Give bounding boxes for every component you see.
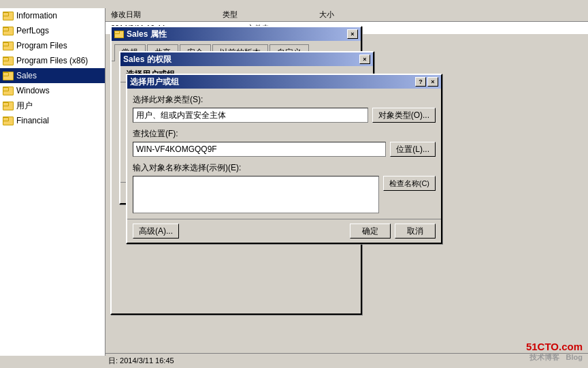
sidebar-item-programfiles-x86[interactable]: Program Files (x86) <box>0 53 105 68</box>
sales-props-titlebar: Sales 属性 × <box>112 27 361 41</box>
object-name-textarea[interactable] <box>133 176 379 213</box>
status-bar: 日: 2014/3/11 16:45 <box>105 353 588 368</box>
col-date: 修改日期 <box>111 10 141 20</box>
select-user-help-btn[interactable]: ? <box>415 77 426 87</box>
watermark-blog: 技术博客 Blog <box>526 352 583 363</box>
sidebar-item-windows[interactable]: Windows <box>0 83 105 98</box>
select-user-title: 选择用户或组 <box>130 76 179 88</box>
select-user-cancel-btn[interactable]: 取消 <box>395 224 436 239</box>
location-value: WIN-VF4KOMGQQ9F <box>133 142 386 157</box>
status-text: 日: 2014/3/11 16:45 <box>108 356 174 366</box>
folder-icon <box>3 41 14 50</box>
sidebar-item-sales[interactable]: Sales <box>0 68 105 83</box>
object-type-value: 用户、组或内置安全主体 <box>133 108 368 123</box>
input-name-label: 输入对象名称来选择(示例)(E): <box>133 162 241 174</box>
location-label: 查找位置(F): <box>133 128 436 140</box>
location-btn[interactable]: 位置(L)... <box>390 142 436 157</box>
folder-icon <box>3 86 14 95</box>
sales-perms-close-btn[interactable]: × <box>359 55 370 64</box>
folder-icon <box>3 101 14 110</box>
main-header: 修改日期 类型 大小 <box>105 8 588 22</box>
select-user-titlebar: 选择用户或组 ? × <box>127 75 441 89</box>
sidebar-item-users[interactable]: 用户 <box>0 98 105 113</box>
select-user-footer-right: 确定 取消 <box>350 224 436 239</box>
col-size: 大小 <box>319 10 334 20</box>
select-user-ok-btn[interactable]: 确定 <box>350 224 391 239</box>
folder-icon <box>3 116 14 125</box>
folder-icon-selected <box>3 71 14 80</box>
watermark-site: 51CTO.com <box>526 341 583 352</box>
sidebar: Information PerfLogs Program Files Progr… <box>0 8 105 356</box>
sales-props-folder-icon <box>114 30 124 38</box>
folder-icon <box>3 11 14 20</box>
select-user-dialog: 选择用户或组 ? × 选择此对象类型(S): 用户、组或内置安全主体 对象类型(… <box>126 74 442 244</box>
select-user-footer: 高级(A)... 确定 取消 <box>127 219 441 243</box>
object-type-btn[interactable]: 对象类型(O)... <box>372 108 436 123</box>
col-type: 类型 <box>223 10 238 20</box>
check-name-btn[interactable]: 检查名称(C) <box>383 176 436 191</box>
input-name-label-row: 输入对象名称来选择(示例)(E): <box>133 162 436 174</box>
sidebar-item-programfiles[interactable]: Program Files <box>0 38 105 53</box>
object-type-row: 用户、组或内置安全主体 对象类型(O)... <box>133 108 436 123</box>
sidebar-item-information[interactable]: Information <box>0 8 105 23</box>
advanced-btn[interactable]: 高级(A)... <box>133 224 179 239</box>
object-type-label: 选择此对象类型(S): <box>133 94 436 106</box>
sales-perms-close-btns: × <box>359 55 370 64</box>
sales-props-close-btns: × <box>347 29 358 39</box>
sidebar-item-financial[interactable]: Financial <box>0 113 105 128</box>
watermark: 51CTO.com 技术博客 Blog <box>526 341 583 363</box>
sidebar-item-perflogs[interactable]: PerfLogs <box>0 23 105 38</box>
folder-icon <box>3 26 14 35</box>
select-user-close-area: ? × <box>415 77 438 87</box>
sales-props-title: Sales 属性 <box>114 29 167 40</box>
name-input-row: 检查名称(C) <box>133 176 436 213</box>
sales-perms-titlebar: Sales 的权限 × <box>120 52 373 66</box>
sales-props-close-btn[interactable]: × <box>347 29 358 39</box>
name-input-btn-col: 检查名称(C) <box>383 176 436 213</box>
location-row: WIN-VF4KOMGQQ9F 位置(L)... <box>133 142 436 157</box>
folder-icon <box>3 56 14 65</box>
sales-perms-title: Sales 的权限 <box>123 54 172 65</box>
select-user-body: 选择此对象类型(S): 用户、组或内置安全主体 对象类型(O)... 查找位置(… <box>127 89 441 219</box>
select-user-close-btn[interactable]: × <box>427 77 438 87</box>
